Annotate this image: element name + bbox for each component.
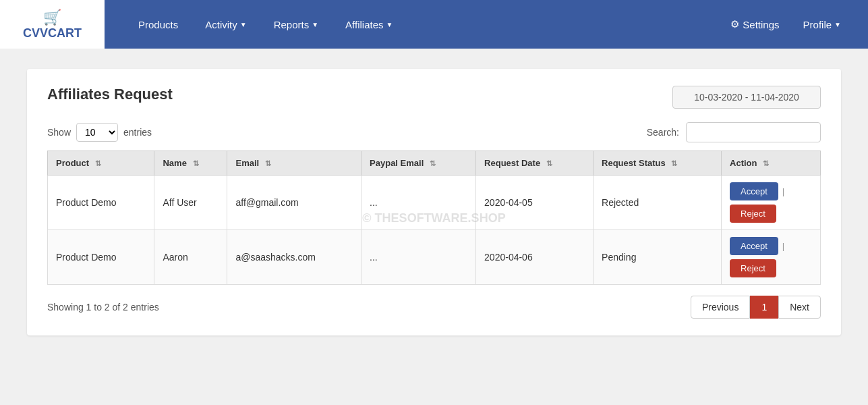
- nav-products[interactable]: Products: [125, 0, 192, 49]
- sort-email-icon: ⇅: [265, 159, 271, 167]
- pagination: Previous 1 Next: [691, 296, 821, 319]
- settings-link[interactable]: ⚙ Settings: [720, 18, 789, 30]
- table-wrapper: © THESOFTWARE.SHOP Product ⇅ Name ⇅ Em: [47, 151, 821, 285]
- search-label: Search:: [647, 127, 679, 138]
- cell-product: Product Demo: [48, 176, 154, 230]
- cell-request-date: 2020-04-06: [476, 230, 594, 285]
- nav-reports[interactable]: Reports ▼: [260, 0, 332, 49]
- action-separator: |: [782, 186, 784, 196]
- bottom-bar: Showing 1 to 2 of 2 entries Previous 1 N…: [47, 296, 821, 319]
- sort-paypal-icon: ⇅: [430, 159, 436, 167]
- cell-email: aff@gmail.com: [227, 176, 361, 230]
- nav-profile[interactable]: Profile ▼: [790, 0, 855, 49]
- action-group: Accept|Reject: [730, 182, 812, 223]
- cell-action: Accept|Reject: [722, 230, 821, 285]
- col-action[interactable]: Action ⇅: [722, 151, 821, 176]
- table-row: Product DemoAff Useraff@gmail.com...2020…: [48, 176, 821, 230]
- cell-name: Aff User: [154, 176, 227, 230]
- affiliates-table: Product ⇅ Name ⇅ Email ⇅ Paypal Email: [47, 151, 821, 285]
- nav-affiliates[interactable]: Affiliates ▼: [332, 0, 406, 49]
- date-range-picker[interactable]: 10-03-2020 - 11-04-2020: [672, 86, 821, 109]
- header: 🛒 CVVCART Products Activity ▼ Reports ▼ …: [0, 0, 868, 49]
- next-button[interactable]: Next: [778, 296, 821, 319]
- nav-right: ⚙ Settings Profile ▼: [720, 0, 855, 49]
- logo: 🛒 CVVCART: [0, 0, 105, 49]
- cell-request-status: Pending: [594, 230, 722, 285]
- sort-name-icon: ⇅: [193, 159, 199, 167]
- col-email[interactable]: Email ⇅: [227, 151, 361, 176]
- col-request-status[interactable]: Request Status ⇅: [594, 151, 722, 176]
- table-row: Product DemoAarona@saashacks.com...2020-…: [48, 230, 821, 285]
- col-paypal-email[interactable]: Paypal Email ⇅: [361, 151, 476, 176]
- cell-product: Product Demo: [48, 230, 154, 285]
- cell-request-date: 2020-04-05: [476, 176, 594, 230]
- reports-dropdown-icon: ▼: [312, 21, 318, 28]
- accept-button[interactable]: Accept: [730, 237, 778, 255]
- reject-button[interactable]: Reject: [730, 259, 776, 277]
- sort-status-icon: ⇅: [671, 159, 677, 167]
- show-entries-control: Show 10 25 50 100 entries: [47, 123, 152, 142]
- entries-select[interactable]: 10 25 50 100: [76, 123, 118, 142]
- page-header: Affiliates Request 10-03-2020 - 11-04-20…: [47, 86, 821, 109]
- search-input[interactable]: [686, 122, 821, 142]
- reject-button[interactable]: Reject: [730, 205, 776, 223]
- previous-button[interactable]: Previous: [691, 296, 750, 319]
- main-nav: Products Activity ▼ Reports ▼ Affiliates…: [125, 0, 720, 49]
- cell-email: a@saashacks.com: [227, 230, 361, 285]
- cell-paypal-email: ...: [361, 176, 476, 230]
- content-card: Affiliates Request 10-03-2020 - 11-04-20…: [27, 69, 841, 335]
- logo-text: CVVCART: [23, 26, 82, 40]
- activity-dropdown-icon: ▼: [240, 21, 247, 28]
- nav-activity[interactable]: Activity ▼: [192, 0, 260, 49]
- action-separator: |: [782, 241, 784, 251]
- cell-request-status: Rejected: [594, 176, 722, 230]
- cart-icon: 🛒: [43, 9, 61, 26]
- entries-info: Showing 1 to 2 of 2 entries: [47, 302, 159, 313]
- page-1-button[interactable]: 1: [750, 296, 778, 319]
- accept-button[interactable]: Accept: [730, 182, 778, 200]
- cell-name: Aaron: [154, 230, 227, 285]
- cell-paypal-email: ...: [361, 230, 476, 285]
- entries-label: entries: [123, 127, 152, 138]
- main-content: Affiliates Request 10-03-2020 - 11-04-20…: [0, 49, 868, 405]
- col-name[interactable]: Name ⇅: [154, 151, 227, 176]
- sort-product-icon: ⇅: [95, 159, 101, 167]
- search-area: Search:: [647, 122, 821, 142]
- action-group: Accept|Reject: [730, 237, 812, 277]
- affiliates-dropdown-icon: ▼: [386, 21, 393, 28]
- col-product[interactable]: Product ⇅: [48, 151, 154, 176]
- sort-date-icon: ⇅: [546, 159, 552, 167]
- sort-action-icon: ⇅: [763, 159, 769, 167]
- table-header-row: Product ⇅ Name ⇅ Email ⇅ Paypal Email: [48, 151, 821, 176]
- table-controls: Show 10 25 50 100 entries Search:: [47, 122, 821, 142]
- profile-dropdown-icon: ▼: [834, 21, 841, 28]
- col-request-date[interactable]: Request Date ⇅: [476, 151, 594, 176]
- page-title: Affiliates Request: [47, 86, 173, 103]
- show-label: Show: [47, 127, 71, 138]
- cell-action: Accept|Reject: [722, 176, 821, 230]
- gear-icon: ⚙: [730, 18, 739, 30]
